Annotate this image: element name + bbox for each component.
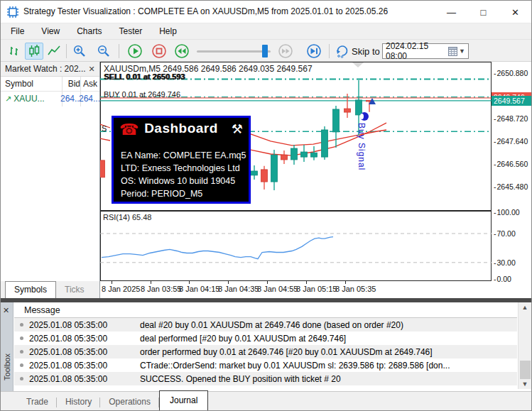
line-chart-button[interactable] [45,43,63,60]
date-dropdown-caret[interactable]: ▼ [459,48,465,55]
bar-chart-button[interactable] [5,43,23,60]
time-tick-label: 8 Jan 05:15 [296,285,337,293]
tools-icon: ⚒ [232,121,243,137]
journal-scrollbar[interactable]: ▲ ▼ [518,302,531,389]
toolbar: Skip to 2024.02.15 08:00 ▼ [1,40,531,62]
buy-signal-text: Buy Signal [357,123,367,170]
buy-position-label: BUY 0.01 at 2649.746 [104,90,180,99]
journal-row-time: 2025.01.08 05:35:00 [29,374,129,384]
symbol-cell: XAUU... [13,94,44,104]
rsi-tick-label: 70.00 [494,229,516,238]
bid-cell: 264... [60,94,80,104]
market-watch-tabs: SymbolsTicks [1,281,99,298]
toolbox-tab-journal[interactable]: Journal [159,390,208,411]
menu-item-file[interactable]: File [6,24,33,39]
price-tick-label: 2647.640 [494,137,528,146]
time-tick-label: 8 Jan 2025 [102,285,140,293]
toolbox-tab-operations[interactable]: Operations [100,393,159,410]
dashboard-title: Dashboard [114,121,249,136]
journal-row[interactable]: 2025.01.08 05:35:00CTrade::OrderSend: ma… [14,358,517,372]
journal-row[interactable]: 2025.01.08 05:35:00deal #20 buy 0.01 XAU… [14,318,517,331]
time-tick-mark [228,281,229,284]
dashboard-line-0: EA Name: COMPLETE EA.mq5 [121,149,241,162]
log-bullet-icon [20,350,23,354]
strategy-tester-window: Strategy Tester Visualization : COMPLETE… [0,0,532,411]
buy-entry-arrow-icon [369,98,376,104]
main-area: Market Watch : 202... ✕ Symbol Bid Ask ↗… [1,62,532,298]
skip-to-date-value: 2024.02.15 08:00 [386,41,448,61]
market-watch-tab-ticks[interactable]: Ticks [56,282,93,298]
menu-item-charts[interactable]: Charts [72,24,110,39]
rsi-tick-label: 30.00 [494,258,516,267]
skip-to-date-input[interactable]: 2024.02.15 08:00 ▼ [382,43,469,59]
log-bullet-icon [20,336,23,340]
window-title: Strategy Tester Visualization : COMPLETE… [23,6,388,16]
menu-bar: FileViewChartsTesterHelp [1,23,531,40]
rsi-tick-label: 100.00 [494,208,520,217]
toolbox-tab-bar: TradeHistoryOperationsJournal [1,391,532,411]
scroll-up-icon[interactable]: ▲ [519,304,531,311]
journal-row-time: 2025.01.08 05:35:00 [29,361,129,371]
speed-slider-track[interactable] [197,50,271,53]
app-icon [7,6,18,18]
market-watch-row-xauusd[interactable]: ↗XAUU... 264... 264... [1,92,99,106]
maximize-button[interactable]: □ [467,1,499,23]
zoom-in-button[interactable] [70,43,89,60]
clipped-order-label: S [102,124,107,133]
journal-row-message: order performed buy 0.01 at 2649.746 [#2… [140,347,433,357]
price-tick-label: 2646.560 [494,160,528,168]
journal-row[interactable]: 2025.01.08 05:35:00SUCCESS. Opened the B… [14,372,517,385]
toolbox-tab-trade[interactable]: Trade [18,393,57,410]
dashboard-line-2: OS: Windows 10 build 19045 [121,175,241,187]
market-watch-tab-symbols[interactable]: Symbols [5,281,56,298]
candlestick-chart-button[interactable] [25,43,43,60]
fast-forward-button [276,43,295,60]
journal-row-time: 2025.01.08 05:35:00 [29,334,129,344]
journal-row[interactable]: 2025.01.08 05:35:00deal performed [#20 b… [14,331,517,345]
ea-dashboard-panel: ☎ Dashboard ⚒ EA Name: COMPLETE EA.mq5LT… [112,116,251,204]
dashboard-line-1: LTD: Exness Technologies Ltd [121,162,241,175]
journal-row-message: CTrade::OrderSend: market buy 0.01 XAUUS… [140,361,450,371]
toolbox-strip: ✕ Toolbox [1,302,13,391]
market-watch-column-headers[interactable]: Symbol Bid Ask [1,77,99,92]
market-watch-title: Market Watch : 202... [1,62,99,77]
journal-row-message: deal performed [#20 buy 0.01 XAUUSDm at … [140,334,346,344]
menu-item-help[interactable]: Help [155,24,185,39]
time-tick-mark [112,281,112,284]
calendar-icon[interactable] [448,47,457,56]
bid-price-badge: 2649.567 [492,96,531,106]
zoom-out-button[interactable] [94,43,113,60]
journal-row-time: 2025.01.08 05:35:00 [29,320,129,330]
toolbox-close-icon[interactable]: ✕ [3,306,9,315]
time-tick-label: 8 Jan 04:15 [179,285,220,293]
title-bar: Strategy Tester Visualization : COMPLETE… [1,1,531,23]
rewind-button[interactable] [173,43,191,60]
journal-row-message: SUCCESS. Opened the BUY position with ti… [140,374,341,384]
skip-to-end-button[interactable] [305,43,323,60]
menu-item-tester[interactable]: Tester [114,24,151,39]
time-tick-label: 8 Jan 04:35 [218,285,259,293]
price-tick-label: 2650.880 [494,69,528,77]
menu-item-view[interactable]: View [37,24,68,39]
chart-shift-marker[interactable] [352,62,364,67]
ask-cell: 264... [79,94,97,104]
play-button[interactable] [126,43,144,60]
market-watch-close-icon[interactable]: ✕ [87,62,97,77]
scroll-down-icon[interactable]: ▼ [519,380,531,388]
toolbox-tab-history[interactable]: History [57,393,100,410]
stop-button[interactable] [150,43,168,60]
scrollbar-thumb[interactable] [520,361,531,379]
time-axis: 8 Jan 20258 Jan 03:558 Jan 04:158 Jan 04… [100,281,498,298]
log-bullet-icon [20,363,23,367]
journal-row-time: 2025.01.08 05:35:00 [29,347,129,357]
time-tick-mark [267,281,268,284]
journal-row[interactable]: 2025.01.08 05:35:00order performed buy 0… [14,345,517,358]
journal-column-header[interactable]: Message [14,302,517,318]
close-button[interactable]: ✕ [499,1,531,23]
uptick-arrow-icon: ↗ [5,94,11,103]
sell-order-label: SELL 0.01 at 2650.593 [104,72,185,81]
minimize-button[interactable]: — [435,1,467,23]
rsi-plot[interactable] [100,211,492,281]
speed-slider-handle[interactable] [262,45,268,57]
rsi-indicator-label: RSI(14) 65.48 [103,213,151,221]
